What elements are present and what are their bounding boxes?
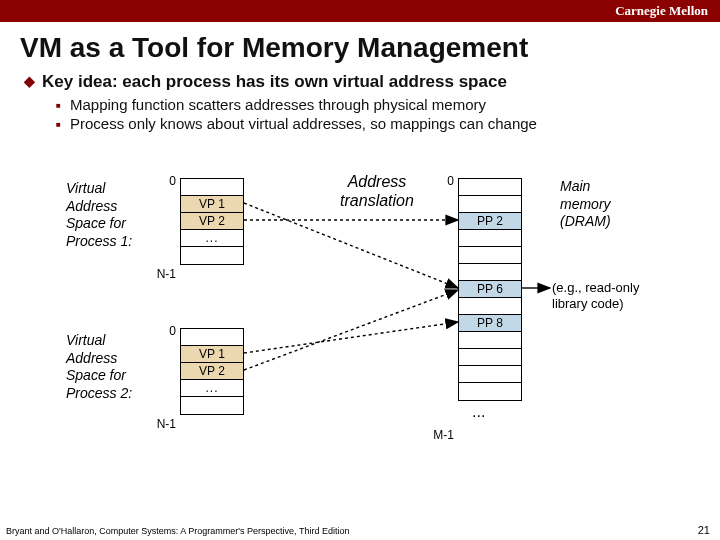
vas1-dots: ... <box>181 230 243 247</box>
sub-bullet-1: ■Mapping function scatters addresses thr… <box>56 96 720 113</box>
pp2: PP 2 <box>459 213 521 230</box>
svg-line-0 <box>244 203 458 288</box>
slide-title: VM as a Tool for Memory Management <box>20 32 720 64</box>
vas1-tick-0: 0 <box>158 174 176 188</box>
physical-memory-table: PP 2 PP 6 PP 8 <box>458 178 522 401</box>
vas2-tick-0: 0 <box>158 324 176 338</box>
bullet-icon: ◆ <box>24 73 42 89</box>
vas1-tick-n: N-1 <box>150 267 176 281</box>
header-bar: Carnegie Mellon <box>0 0 720 22</box>
readonly-note: (e.g., read-only library code) <box>552 280 702 313</box>
vas2-label: Virtual Address Space for Process 2: <box>66 332 166 402</box>
vas2-dots: ... <box>181 380 243 397</box>
sub-bullet-2-text: Process only knows about virtual address… <box>70 115 537 132</box>
svg-line-3 <box>244 290 458 370</box>
square-bullet-icon: ■ <box>56 120 70 129</box>
sub-bullet-1-text: Mapping function scatters addresses thro… <box>70 96 486 113</box>
vas2-vp1: VP 1 <box>181 346 243 363</box>
sub-bullet-2: ■Process only knows about virtual addres… <box>56 115 720 132</box>
pp8: PP 8 <box>459 315 521 332</box>
pm-tick-0: 0 <box>436 174 454 188</box>
pp6: PP 6 <box>459 281 521 298</box>
pm-dots: ... <box>472 402 485 422</box>
vas1-vp1: VP 1 <box>181 196 243 213</box>
vas1-table: VP 1 VP 2 ... <box>180 178 244 265</box>
svg-line-2 <box>244 322 458 353</box>
vas2-vp2: VP 2 <box>181 363 243 380</box>
org-name: Carnegie Mellon <box>615 3 708 18</box>
vas1-vp2: VP 2 <box>181 213 243 230</box>
main-bullet: ◆Key idea: each process has its own virt… <box>24 72 720 92</box>
main-mem-label: Main memory (DRAM) <box>560 178 680 231</box>
main-bullet-text: Key idea: each process has its own virtu… <box>42 72 507 91</box>
pm-tick-m: M-1 <box>424 428 454 442</box>
vas2-table: VP 1 VP 2 ... <box>180 328 244 415</box>
footer-citation: Bryant and O'Hallaron, Computer Systems:… <box>6 526 349 536</box>
vas1-label: Virtual Address Space for Process 1: <box>66 180 166 250</box>
diagram: Virtual Address Space for Process 1: 0 V… <box>0 140 720 490</box>
square-bullet-icon: ■ <box>56 101 70 110</box>
vas2-tick-n: N-1 <box>150 417 176 431</box>
page-number: 21 <box>698 524 710 536</box>
addr-trans-label: Address translation <box>322 172 432 210</box>
